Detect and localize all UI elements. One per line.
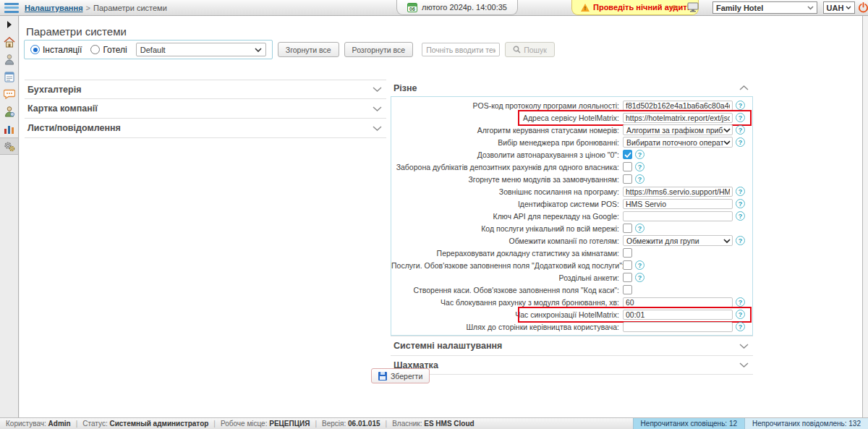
breadcrumb-root[interactable]: Налаштування (25, 4, 83, 12)
save-button[interactable]: Зберегти (371, 368, 430, 383)
hotel-icon[interactable] (0, 33, 18, 51)
setting-row: Обмежити компанії по готелям:Обмежити дл… (391, 234, 751, 247)
datetime-text: лютого 2024р. 14:00:35 (422, 3, 507, 12)
collapse-all-button[interactable]: Згорнути все (278, 42, 339, 57)
help-icon[interactable]: ? (736, 236, 745, 245)
setting-input[interactable] (623, 211, 733, 221)
help-icon[interactable]: ? (736, 310, 745, 319)
currency-value: UAH (827, 4, 844, 12)
statistics-icon[interactable] (0, 120, 18, 137)
scope-radio-group: Інсталяції Готелі Default (24, 40, 273, 59)
setting-label: Ключ API для перекладу на Google: (391, 212, 623, 221)
setting-select[interactable]: Алгоритм за графіком прибирань (623, 124, 733, 135)
save-icon (378, 372, 387, 381)
section-header[interactable]: Бухгалтерія (25, 80, 386, 99)
unread-messages-badge[interactable]: Непрочитаних повідомлень: 132 (744, 418, 868, 429)
setting-select-value: Алгоритм за графіком прибирань (626, 126, 723, 135)
help-icon[interactable]: ? (635, 273, 644, 282)
footer-separator: | (315, 420, 317, 428)
setting-row: Час блокування рахунку з модуля бронюван… (391, 296, 751, 308)
help-icon[interactable]: ? (635, 162, 644, 171)
help-icon[interactable]: ? (736, 211, 745, 221)
setting-checkbox[interactable] (623, 273, 632, 282)
chevron-down-icon (255, 48, 262, 52)
help-icon[interactable]: ? (635, 260, 644, 270)
search-input[interactable] (422, 43, 500, 56)
breadcrumb-separator: > (86, 4, 90, 12)
setting-select[interactable]: Вибирати поточного оператора (623, 137, 733, 148)
setting-checkbox[interactable] (623, 248, 632, 258)
setting-input[interactable] (623, 322, 733, 332)
chevron-down-icon (373, 106, 382, 111)
section-header[interactable]: Шахматка (391, 355, 753, 375)
help-icon[interactable]: ? (635, 150, 644, 159)
setting-input[interactable] (623, 187, 733, 197)
chat-icon[interactable] (0, 85, 18, 103)
help-icon[interactable]: ? (736, 137, 745, 147)
setting-row: Шлях до сторінки керівництва користувача… (391, 320, 751, 333)
staff-icon[interactable] (0, 51, 18, 68)
footer-item: Користувач: Admin (6, 420, 71, 428)
power-icon[interactable] (858, 2, 868, 14)
help-icon[interactable]: ? (736, 199, 745, 208)
profile-select[interactable]: Default (136, 43, 266, 56)
chevron-down-icon (723, 140, 731, 145)
setting-input[interactable] (623, 310, 733, 320)
help-icon[interactable]: ? (736, 187, 745, 196)
section-rizne-header[interactable]: Різне (391, 80, 753, 96)
setting-label: Роздільні анкети: (391, 273, 623, 282)
help-icon[interactable]: ? (635, 174, 644, 184)
radio-installations-label: Інсталяції (43, 45, 82, 55)
help-icon[interactable]: ? (736, 322, 745, 331)
setting-input[interactable] (623, 199, 733, 209)
radio-hotels[interactable]: Готелі (90, 45, 127, 55)
clients-icon[interactable] (0, 103, 18, 120)
search-button[interactable]: Пошук (505, 42, 555, 57)
night-audit-alert[interactable]: ! Проведіть нічний аудит! (571, 0, 699, 15)
setting-checkbox[interactable] (623, 224, 632, 233)
hotel-select[interactable]: Family Hotel (712, 1, 817, 14)
setting-input[interactable] (623, 101, 733, 111)
setting-checkbox[interactable] (623, 285, 632, 294)
setting-checkbox[interactable] (623, 260, 632, 270)
setting-checkbox[interactable] (623, 150, 632, 159)
help-icon[interactable]: ? (736, 101, 745, 110)
radio-installations[interactable]: Інсталяції (30, 45, 82, 55)
setting-row: Час синхронізації HotelMatrix:? (391, 308, 751, 320)
setting-input[interactable] (623, 113, 733, 123)
help-icon[interactable]: ? (736, 125, 745, 135)
datetime-widget[interactable]: 06 лютого 2024р. 14:00:35 (396, 0, 518, 15)
currency-select[interactable]: UAH (823, 1, 855, 14)
settings-icon[interactable] (0, 137, 18, 155)
expand-all-button[interactable]: Розгорнути все (344, 42, 414, 57)
resize-arrows-icon[interactable]: ◂▸ (671, 3, 678, 10)
section-title: Картка компанії (27, 103, 98, 114)
help-icon[interactable]: ? (736, 113, 745, 122)
setting-checkbox[interactable] (623, 174, 632, 184)
setting-row: Алгоритм керування статусами номерів:Алг… (391, 124, 751, 136)
footer-item: Статус: Системный администратор (82, 420, 208, 428)
setting-input[interactable] (623, 297, 733, 307)
setting-row: Роздільні анкети:? (391, 271, 751, 284)
setting-select[interactable]: Обмежити для групи (623, 235, 733, 246)
expand-arrow-icon[interactable] (0, 16, 18, 33)
section-header[interactable]: Листи/повідомлення (25, 119, 386, 138)
tasks-icon[interactable] (0, 68, 18, 85)
right-sections: Різне POS-код протоколу програми лояльно… (391, 80, 753, 375)
help-icon[interactable]: ? (736, 297, 745, 307)
setting-label: Зовнішнє посилання на програму: (391, 187, 623, 196)
filter-bar: Інсталяції Готелі Default Згорнути все Р… (24, 40, 555, 59)
profile-select-value: Default (140, 46, 255, 54)
monitor-icon[interactable] (687, 2, 699, 14)
setting-row: Код послуги унікальний по всій мережі:? (391, 222, 751, 234)
section-header[interactable]: Картка компанії (25, 99, 386, 119)
menu-icon[interactable] (4, 3, 19, 13)
help-icon[interactable]: ? (635, 224, 644, 233)
setting-checkbox[interactable] (623, 162, 632, 171)
unread-notifications-badge[interactable]: Непрочитаних сповіщень: 12 (633, 418, 744, 429)
status-bar: Користувач: Admin|Статус: Системный адми… (0, 417, 868, 429)
setting-row: Створення каси. Обов'язкове заповнення п… (391, 284, 751, 296)
chevron-down-icon (846, 6, 851, 9)
section-header[interactable]: Системні налаштування (391, 336, 753, 355)
setting-select-value: Вибирати поточного оператора (626, 138, 723, 147)
